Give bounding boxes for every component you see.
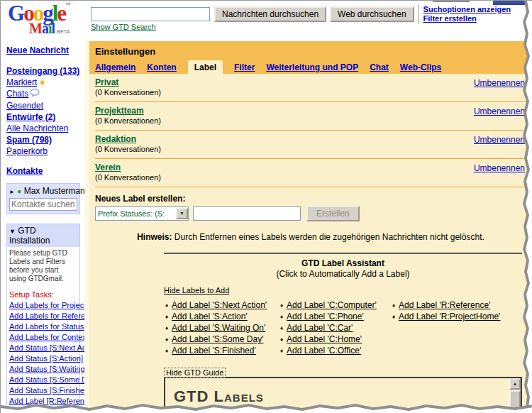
add-label-item: ♦Add Label 'S:Next Action' xyxy=(164,300,279,311)
labels-list: Privat (0 Konversationen) Umbenennen Pro… xyxy=(89,74,532,187)
gtd-guide-content: GTD Labels In essence, GTD is about crea… xyxy=(165,378,521,413)
label-row: Redaktion (0 Konversationen) Umbenennen xyxy=(95,131,526,159)
sidebar-item-all-mail: Alle Nachrichten xyxy=(6,123,84,134)
add-label-item: ♦Add Label 'C:Home' xyxy=(279,334,391,345)
new-label-section: Neues Label erstellen: Prefix Statuses: … xyxy=(89,187,532,221)
sidebar-item-inbox: Posteingang (133) xyxy=(6,65,84,77)
bullet-icon: ♦ xyxy=(280,325,283,331)
sidebar: Neue Nachricht Posteingang (133) Markier… xyxy=(1,41,84,413)
sidebar-item-starred: Markiert★ xyxy=(6,77,84,88)
mail-logo-text: MailBETA xyxy=(29,21,87,35)
label-prefix-select[interactable]: Prefix Statuses: (S: ▼ xyxy=(95,206,189,221)
gtd-guide-section: Hide GTD Guide GTD Labels In essence, GT… xyxy=(164,368,522,413)
page-title: Einstellungen xyxy=(95,46,526,57)
assistant-subtitle: (Click to Automatically Add a Label) xyxy=(164,269,522,279)
bullet-icon: ♦ xyxy=(165,348,168,354)
bullet-icon: ♦ xyxy=(392,314,395,320)
add-label-item: ♦Add Label 'S:Finished' xyxy=(164,346,279,356)
quick-contacts-header: ► ● Max Mustermann xyxy=(9,186,77,196)
setup-tasks-heading: Setup Tasks: xyxy=(9,290,77,299)
show-gtd-search-link[interactable]: Show GTD Search xyxy=(91,23,156,31)
guide-divider xyxy=(174,408,382,409)
guide-scrollbar[interactable]: ▲ xyxy=(509,378,521,413)
assistant-column-references: ♦Add Label 'R:Reference' ♦Add Label 'R:P… xyxy=(391,300,500,357)
gmail-settings-page: Google™ MailBETA Nachrichten durchsuchen… xyxy=(0,0,532,413)
label-prefix-value: Prefix Statuses: (S: xyxy=(98,209,165,218)
sidebar-item-spam: Spam (798) xyxy=(6,134,84,145)
bullet-icon: ♦ xyxy=(165,302,168,309)
guide-heading: GTD Labels xyxy=(174,387,499,406)
add-label-item: ♦Add Label 'R:ProjectHome' xyxy=(391,312,500,322)
show-gtd-search: Show GTD Search xyxy=(91,23,156,31)
search-web-button[interactable]: Web durchsuchen xyxy=(330,6,414,22)
contacts-search-input[interactable] xyxy=(9,198,77,211)
gtd-guide-frame: GTD Labels In essence, GTD is about crea… xyxy=(164,377,522,413)
new-label-input[interactable] xyxy=(193,206,301,221)
rename-label-link[interactable]: Umbenennen xyxy=(474,135,525,145)
gtd-installation-header[interactable]: ▼ GTD Installation xyxy=(7,224,79,247)
user-name: Max Mustermann xyxy=(24,186,90,196)
search-mail-button[interactable]: Nachrichten durchsuchen xyxy=(214,6,326,22)
top-bar: Google™ MailBETA Nachrichten durchsuchen… xyxy=(1,1,532,41)
gtd-installation-title: GTD Installation xyxy=(9,226,50,246)
contacts-link[interactable]: Kontakte xyxy=(6,166,43,176)
add-label-item: ♦Add Label 'R:Reference' xyxy=(391,300,500,311)
sidebar-item-trash: Papierkorb xyxy=(6,145,84,157)
label-name-link[interactable]: Privat xyxy=(95,77,118,87)
add-label-item: ♦Add Label 'C:Phone' xyxy=(279,312,391,322)
gtd-installation-box: ▼ GTD Installation Please setup GTD Labe… xyxy=(6,224,80,413)
add-label-item: ♦Add Label 'C:Computer' xyxy=(279,300,391,311)
settings-header: Einstellungen Allgemein Konten Label Fil… xyxy=(89,41,532,74)
label-name-link[interactable]: Projektteam xyxy=(95,106,144,116)
setup-task: Add Status [S:Action] xyxy=(9,353,77,364)
collapse-arrow-icon[interactable]: ▼ xyxy=(9,228,16,235)
gtd-assistant-section: GTD Label Assistant (Click to Automatica… xyxy=(164,253,522,413)
create-label-button[interactable]: Erstellen xyxy=(306,206,360,221)
sidebar-item-compose: Neue Nachricht xyxy=(6,45,84,55)
expand-arrow-icon[interactable]: ► xyxy=(9,189,15,195)
bullet-icon: ♦ xyxy=(165,336,168,343)
setup-task: Add Labels for Statuses xyxy=(9,321,77,332)
sidebar-item-drafts: Entwürfe (2) xyxy=(6,111,84,123)
quick-contacts-box: ► ● Max Mustermann xyxy=(6,183,80,214)
bullet-icon: ♦ xyxy=(165,314,168,320)
assistant-column-statuses: ♦Add Label 'S:Next Action' ♦Add Label 'S… xyxy=(164,300,279,357)
bullet-icon: ♦ xyxy=(165,325,168,331)
scrollbar-thumb[interactable] xyxy=(509,390,521,413)
sidebar-divider-strip xyxy=(84,41,89,413)
label-name-link[interactable]: Redaktion xyxy=(95,134,136,144)
cropped-ui-fragment xyxy=(493,1,527,5)
compose-link[interactable]: Neue Nachricht xyxy=(6,45,69,55)
label-row: Verein (0 Konversationen) Umbenennen xyxy=(95,159,526,187)
search-options-link[interactable]: Suchoptionen anzeigen xyxy=(423,5,511,14)
label-count: (0 Konversationen) xyxy=(95,145,526,153)
google-mail-logo: Google™ MailBETA xyxy=(8,2,87,35)
rename-label-link[interactable]: Umbenennen xyxy=(474,163,525,173)
hint-text: Hinweis: Durch Entfernen eines Labels we… xyxy=(89,232,532,242)
rename-label-link[interactable]: Umbenennen xyxy=(474,78,525,88)
setup-task: Add Status [S:Waiting On] xyxy=(9,364,77,375)
bullet-icon: ♦ xyxy=(280,302,283,309)
create-filter-link[interactable]: Filter erstellen xyxy=(423,14,511,23)
hide-labels-link[interactable]: Hide Labels to Add xyxy=(164,286,229,294)
setup-task: Add Label [R:ProjectHome] xyxy=(9,407,77,413)
search-input[interactable] xyxy=(91,7,210,21)
label-count: (0 Konversationen) xyxy=(95,88,526,97)
label-count: (0 Konversationen) xyxy=(95,173,526,182)
hide-gtd-guide-link[interactable]: Hide GTD Guide xyxy=(164,368,226,378)
bullet-icon: ♦ xyxy=(280,314,283,320)
trademark-symbol: ™ xyxy=(65,1,71,8)
setup-task: Add Status [S:Next Action] xyxy=(9,343,77,353)
scroll-up-icon[interactable]: ▲ xyxy=(509,378,521,390)
rename-label-link[interactable]: Umbenennen xyxy=(474,106,525,116)
setup-task: Add Labels for Projects xyxy=(9,300,77,311)
hint-label: Hinweis: xyxy=(137,232,172,242)
new-label-controls: Prefix Statuses: (S: ▼ Erstellen xyxy=(95,206,526,221)
bullet-icon: ♦ xyxy=(392,302,395,309)
gtd-intro-text: Please setup GTD Labels and Filters befo… xyxy=(9,249,77,283)
label-count: (0 Konversationen) xyxy=(95,116,526,125)
search-row: Nachrichten durchsuchen Web durchsuchen … xyxy=(91,4,511,24)
setup-task: Add Status [S:Finished] xyxy=(9,385,77,396)
label-name-link[interactable]: Verein xyxy=(95,163,121,172)
dropdown-arrow-icon[interactable]: ▼ xyxy=(176,208,188,219)
